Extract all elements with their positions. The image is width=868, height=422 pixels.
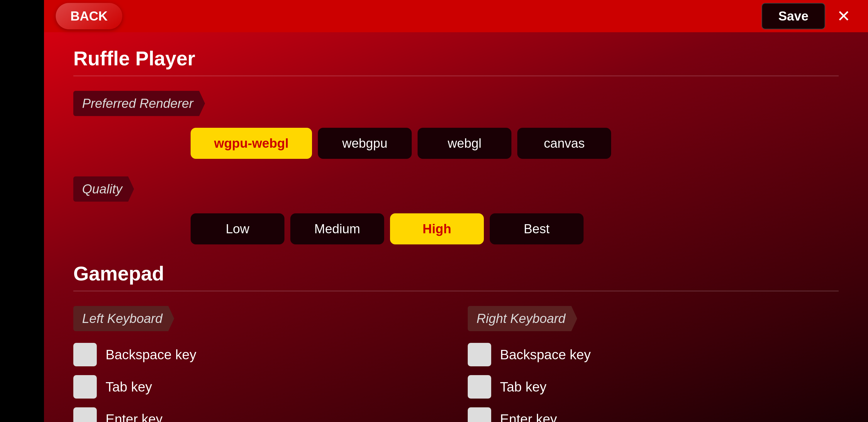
- left-keyboard-col: Left Keyboard Backspace key Tab key Ente…: [73, 306, 444, 422]
- left-sidebar: [0, 0, 44, 422]
- quality-options: Low Medium High Best: [73, 213, 839, 245]
- left-enter-checkbox[interactable]: [73, 407, 97, 422]
- left-backspace-checkbox[interactable]: [73, 343, 97, 366]
- renderer-option-webgl[interactable]: webgl: [417, 128, 512, 159]
- ruffle-divider: [73, 75, 839, 76]
- quality-option-best[interactable]: Best: [490, 213, 584, 245]
- right-keyboard-col: Right Keyboard Backspace key Tab key Ent…: [468, 306, 839, 422]
- right-tab-key-item: Tab key: [468, 375, 839, 398]
- left-enter-key-item: Enter key: [73, 407, 444, 422]
- renderer-option-wgpu-webgl[interactable]: wgpu-webgl: [191, 128, 312, 159]
- gamepad-section: Gamepad Left Keyboard Backspace key Tab …: [73, 262, 839, 422]
- ruffle-player-title: Ruffle Player: [73, 47, 839, 70]
- right-enter-label: Enter key: [500, 411, 557, 422]
- header-right: Save ✕: [762, 3, 856, 29]
- gamepad-title: Gamepad: [73, 262, 839, 285]
- right-backspace-key-item: Backspace key: [468, 343, 839, 366]
- right-backspace-checkbox[interactable]: [468, 343, 491, 366]
- quality-option-high[interactable]: High: [390, 213, 484, 245]
- right-tab-checkbox[interactable]: [468, 375, 491, 398]
- left-backspace-key-item: Backspace key: [73, 343, 444, 366]
- right-enter-key-item: Enter key: [468, 407, 839, 422]
- gamepad-divider: [73, 291, 839, 291]
- renderer-option-canvas[interactable]: canvas: [517, 128, 611, 159]
- left-tab-key-item: Tab key: [73, 375, 444, 398]
- header: BACK Save ✕: [44, 0, 868, 32]
- main-content: BACK Save ✕ Ruffle Player Preferred Rend…: [44, 0, 868, 422]
- app-container: BACK Save ✕ Ruffle Player Preferred Rend…: [0, 0, 868, 422]
- left-tab-label: Tab key: [105, 379, 152, 395]
- keyboard-columns: Left Keyboard Backspace key Tab key Ente…: [73, 306, 839, 422]
- save-button[interactable]: Save: [762, 3, 825, 29]
- left-tab-checkbox[interactable]: [73, 375, 97, 398]
- renderer-label: Preferred Renderer: [73, 91, 205, 116]
- quality-option-medium[interactable]: Medium: [290, 213, 384, 245]
- left-backspace-label: Backspace key: [105, 347, 196, 362]
- left-enter-label: Enter key: [105, 411, 162, 422]
- quality-label: Quality: [73, 176, 134, 202]
- left-keyboard-label: Left Keyboard: [73, 306, 174, 331]
- right-backspace-label: Backspace key: [500, 347, 591, 362]
- right-tab-label: Tab key: [500, 379, 547, 395]
- scroll-area: Ruffle Player Preferred Renderer wgpu-we…: [44, 32, 868, 422]
- back-button[interactable]: BACK: [56, 3, 122, 29]
- quality-option-low[interactable]: Low: [191, 213, 284, 245]
- ruffle-player-section: Ruffle Player Preferred Renderer wgpu-we…: [73, 47, 839, 245]
- right-enter-checkbox[interactable]: [468, 407, 491, 422]
- close-button[interactable]: ✕: [831, 4, 856, 28]
- renderer-option-webgpu[interactable]: webgpu: [318, 128, 412, 159]
- right-keyboard-label: Right Keyboard: [468, 306, 577, 331]
- renderer-options: wgpu-webgl webgpu webgl canvas: [73, 128, 839, 159]
